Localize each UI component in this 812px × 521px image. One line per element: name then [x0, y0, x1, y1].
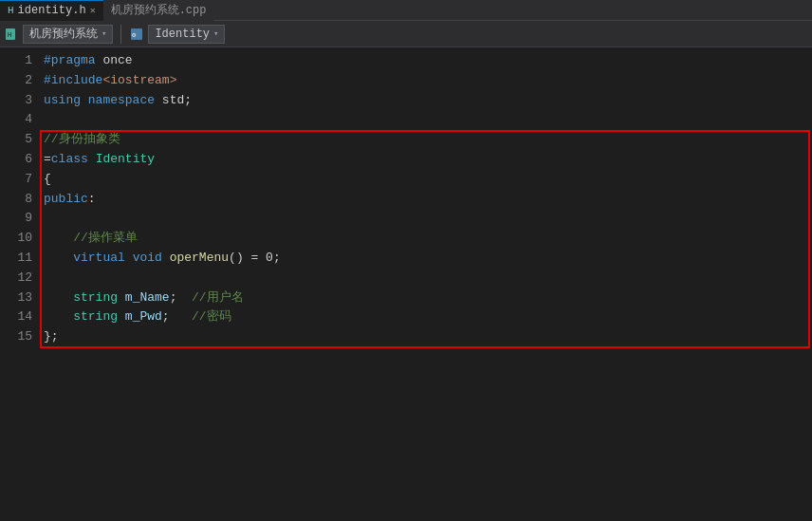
namespace-dropdown-arrow: ▾ [102, 28, 106, 39]
code-line-14: string m_Pwd; //密码 [40, 307, 812, 327]
tab-identity-h-label: identity.h [18, 4, 86, 17]
code-line-9 [40, 209, 812, 229]
line-num-15: 15 [8, 327, 32, 347]
line-num-4: 4 [8, 110, 32, 130]
svg-text:H: H [8, 31, 11, 39]
toolbar: H 机房预约系统 ▾ ⚙ Identity ▾ [0, 21, 812, 47]
line-num-2: 2 [8, 71, 32, 91]
line-num-5: 5 [8, 130, 32, 150]
tab-bar: H identity.h ✕ 机房预约系统.cpp [0, 0, 812, 21]
line-num-9: 9 [8, 209, 32, 229]
line-num-14: 14 [8, 307, 32, 327]
ide-window: H identity.h ✕ 机房预约系统.cpp H 机房预约系统 ▾ [0, 0, 812, 521]
line-num-13: 13 [8, 288, 32, 308]
identity-dropdown-label: Identity [155, 28, 210, 41]
code-line-11: virtual void operMenu() = 0; [40, 249, 812, 269]
code-pragma: #pragma [44, 51, 102, 71]
file-type-icon: H [4, 27, 19, 42]
identity-type-icon: ⚙ [129, 27, 144, 42]
tab-jifang-cpp[interactable]: 机房预约系统.cpp [103, 0, 214, 21]
line-numbers: 1 2 3 4 5 6 7 8 9 10 11 12 13 14 15 [0, 47, 40, 521]
line-num-10: 10 [8, 229, 32, 249]
code-line-4 [40, 110, 812, 130]
code-line-7: { [40, 170, 812, 190]
toolbar-separator [120, 25, 121, 44]
line-num-11: 11 [8, 249, 32, 269]
code-line-2: #include<iostream> [40, 71, 812, 91]
h-file-icon: H [8, 5, 14, 16]
line-num-7: 7 [8, 170, 32, 190]
line-num-6: 6 [8, 150, 32, 170]
line-num-8: 8 [8, 190, 32, 210]
code-line-6: =class Identity [40, 150, 812, 170]
code-line-1: #pragma once [40, 51, 812, 71]
line-num-1: 1 [8, 51, 32, 71]
tab-identity-h[interactable]: H identity.h ✕ [0, 0, 103, 21]
namespace-dropdown[interactable]: 机房预约系统 ▾ [23, 25, 113, 44]
close-tab-identity-icon[interactable]: ✕ [90, 5, 96, 16]
code-area[interactable]: #pragma once #include<iostream> using na… [40, 47, 812, 521]
code-line-13: string m_Name; //用户名 [40, 288, 812, 308]
editor-container: 1 2 3 4 5 6 7 8 9 10 11 12 13 14 15 #pra… [0, 47, 812, 521]
code-line-3: using namespace std; [40, 91, 812, 111]
identity-dropdown[interactable]: Identity ▾ [148, 25, 225, 44]
identity-dropdown-arrow: ▾ [213, 28, 218, 39]
line-num-12: 12 [8, 269, 32, 288]
code-line-12 [40, 269, 812, 288]
code-line-8: public: [40, 190, 812, 210]
namespace-dropdown-label: 机房预约系统 [29, 26, 98, 42]
toolbar-right-section: ⚙ Identity ▾ [129, 25, 225, 44]
code-include: #include [44, 71, 102, 91]
code-line-10: //操作菜单 [40, 229, 812, 249]
line-num-3: 3 [8, 91, 32, 111]
code-line-5: //身份抽象类 [40, 130, 812, 150]
code-line-15: }; [40, 327, 812, 347]
toolbar-left-section: H 机房预约系统 ▾ [4, 25, 113, 44]
tab-jifang-cpp-label: 机房预约系统.cpp [111, 2, 207, 18]
